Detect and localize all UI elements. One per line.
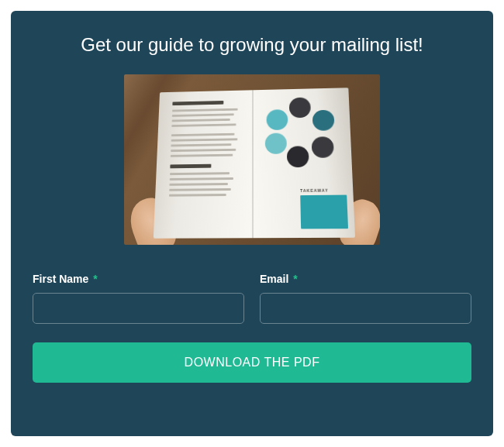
first-name-field: First Name * — [33, 273, 244, 324]
required-mark: * — [293, 273, 297, 285]
first-name-input[interactable] — [33, 293, 244, 324]
required-mark: * — [93, 273, 97, 285]
first-name-label: First Name * — [33, 273, 244, 285]
signup-modal: Get our guide to growing your mailing li… — [11, 11, 493, 436]
book-page-right: TAKEAWAY — [253, 88, 355, 238]
takeaway-label: TAKEAWAY — [300, 187, 347, 193]
hero-image-wrap: TAKEAWAY — [33, 74, 471, 245]
email-field: Email * — [260, 273, 471, 324]
open-book: TAKEAWAY — [154, 88, 355, 238]
email-label: Email * — [260, 273, 471, 285]
download-pdf-button[interactable]: DOWNLOAD THE PDF — [33, 342, 471, 383]
book-page-left — [154, 90, 253, 238]
circle-diagram — [265, 99, 338, 169]
form-row: First Name * Email * — [33, 273, 471, 324]
headline: Get our guide to growing your mailing li… — [33, 34, 471, 56]
email-input[interactable] — [260, 293, 471, 324]
takeaway-callout: TAKEAWAY — [300, 187, 348, 231]
hero-image: TAKEAWAY — [124, 74, 380, 245]
